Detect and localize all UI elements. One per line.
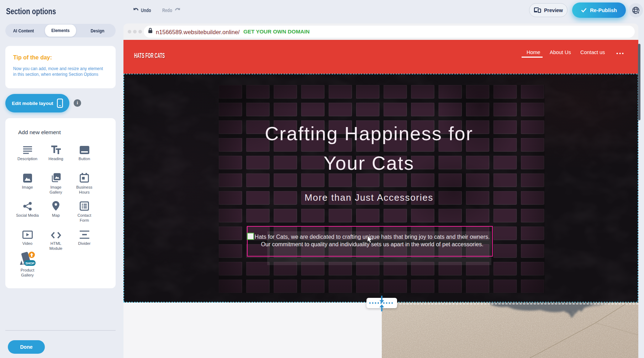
svg-text:SHOP: SHOP [25, 262, 35, 265]
